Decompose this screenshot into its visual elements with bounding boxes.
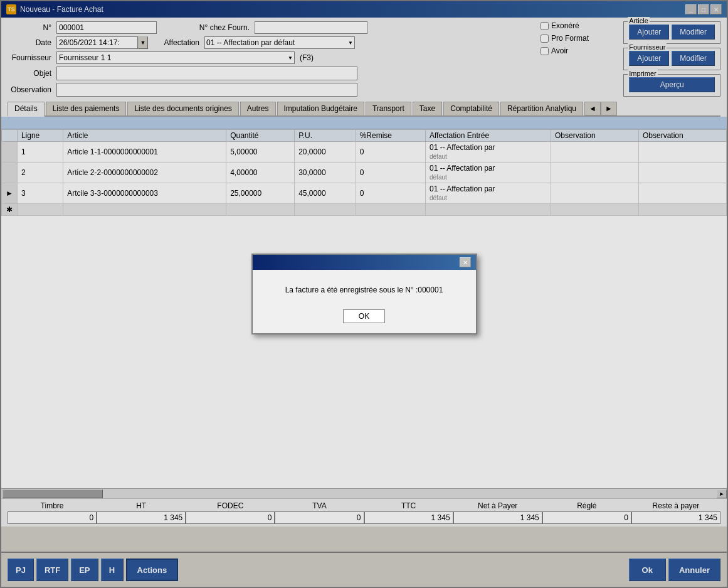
modal-title-bar: ✕ xyxy=(253,255,476,270)
modal-dialog: ✕ La facture a été enregistrée sous le N… xyxy=(251,254,477,334)
modal-overlay: ✕ La facture a été enregistrée sous le N… xyxy=(0,0,728,588)
modal-close-button[interactable]: ✕ xyxy=(460,257,471,267)
modal-message: La facture a été enregistrée sous le N° … xyxy=(285,286,443,294)
modal-footer: OK xyxy=(253,304,476,333)
modal-ok-button[interactable]: OK xyxy=(343,309,385,323)
modal-body: La facture a été enregistrée sous le N° … xyxy=(253,270,476,304)
